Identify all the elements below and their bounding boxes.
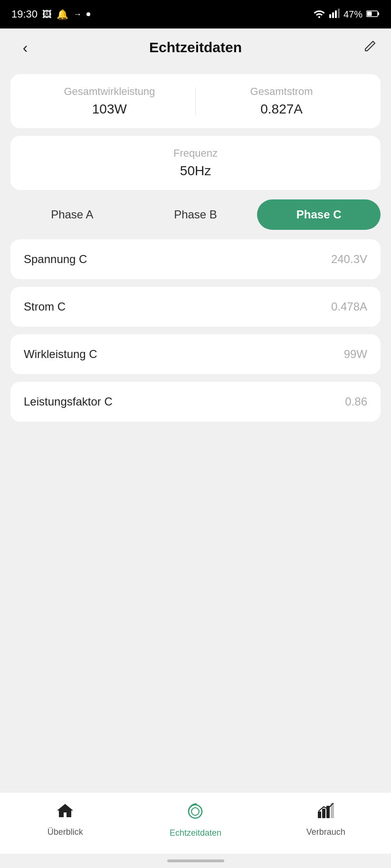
wirkleistung-value: 99W [344, 348, 367, 361]
strom-value: 0.478A [331, 300, 367, 313]
realtime-icon [186, 801, 205, 824]
svg-rect-9 [322, 809, 325, 818]
home-bar [167, 859, 224, 862]
total-current-value: 0.827A [260, 102, 303, 117]
strom-row: Strom C 0.478A [10, 287, 381, 327]
total-power-value: 103W [92, 102, 127, 117]
phase-tab-b[interactable]: Phase B [134, 199, 257, 230]
leistungsfaktor-label: Leistungsfaktor C [24, 395, 113, 408]
phase-tab-a[interactable]: Phase A [10, 199, 134, 230]
leistungsfaktor-value: 0.86 [345, 395, 367, 408]
header: ‹ Echtzeitdaten [0, 28, 391, 66]
page-title: Echtzeitdaten [149, 39, 242, 56]
nav-item-realtime[interactable]: Echtzeitdaten [130, 801, 260, 838]
svg-rect-7 [367, 11, 372, 16]
svg-rect-1 [329, 14, 331, 18]
status-bar: 19:30 🖼 🔔 → 47% [0, 0, 391, 28]
status-bar-right: 47% [313, 9, 380, 20]
total-power-label: Gesamtwirkleistung [64, 85, 155, 98]
edit-button[interactable] [354, 38, 378, 57]
battery-percent: 47% [343, 9, 362, 20]
svg-rect-3 [335, 10, 337, 18]
strom-label: Strom C [24, 300, 66, 313]
frequency-value: 50Hz [24, 163, 367, 179]
nav-label-realtime: Echtzeitdaten [170, 828, 221, 838]
nav-item-overview[interactable]: Überblick [0, 802, 130, 837]
svg-rect-8 [318, 811, 321, 818]
spannung-value: 240.3V [331, 253, 367, 266]
back-button[interactable]: ‹ [13, 39, 37, 57]
battery-icon [366, 9, 380, 20]
svg-rect-2 [332, 12, 334, 18]
spannung-label: Spannung C [24, 253, 87, 266]
photo-icon: 🖼 [42, 9, 52, 20]
cast-icon: → [73, 9, 82, 19]
dot-indicator [86, 12, 90, 16]
nav-item-consumption[interactable]: Verbrauch [261, 802, 391, 837]
svg-rect-6 [378, 12, 379, 15]
frequency-label: Frequenz [24, 147, 367, 160]
signal-icon [329, 9, 340, 20]
phase-tabs: Phase A Phase B Phase C [10, 198, 381, 232]
svg-point-0 [318, 16, 320, 18]
total-power-section: Gesamtwirkleistung 103W [24, 85, 195, 117]
svg-rect-4 [338, 9, 340, 18]
nav-label-overview: Überblick [48, 827, 83, 837]
notification-icon: 🔔 [57, 9, 68, 20]
total-current-section: Gesamtstrom 0.827A [196, 85, 367, 117]
summary-card: Gesamtwirkleistung 103W Gesamtstrom 0.82… [10, 74, 381, 128]
bottom-nav: Überblick Echtzeitdaten Verbrauch [0, 792, 391, 854]
wifi-icon [313, 9, 325, 20]
nav-label-consumption: Verbrauch [306, 827, 345, 837]
home-indicator [0, 854, 391, 868]
phase-tab-c[interactable]: Phase C [257, 199, 381, 230]
spannung-row: Spannung C 240.3V [10, 239, 381, 279]
consumption-icon [317, 802, 335, 823]
frequency-card: Frequenz 50Hz [10, 136, 381, 190]
home-icon [56, 802, 74, 823]
status-time: 19:30 [11, 8, 38, 20]
total-current-label: Gesamtstrom [250, 85, 313, 98]
status-bar-left: 19:30 🖼 🔔 → [11, 8, 90, 20]
wirkleistung-label: Wirkleistung C [24, 348, 97, 361]
content-area: Gesamtwirkleistung 103W Gesamtstrom 0.82… [0, 66, 391, 792]
wirkleistung-row: Wirkleistung C 99W [10, 334, 381, 374]
leistungsfaktor-row: Leistungsfaktor C 0.86 [10, 382, 381, 422]
